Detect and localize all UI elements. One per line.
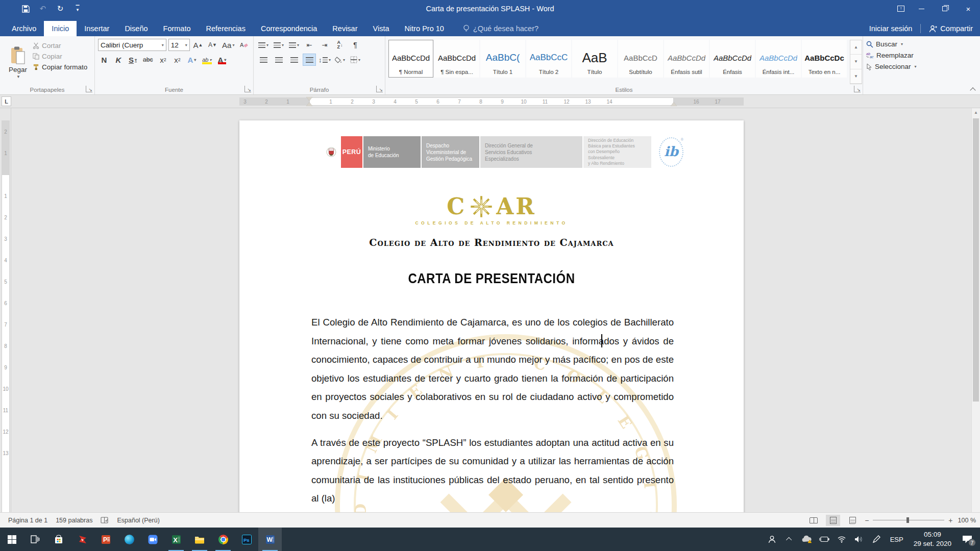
decrease-indent-button[interactable]: ⇤ (303, 39, 316, 51)
change-case-button[interactable]: Aa▾ (220, 39, 236, 51)
tab-referencias[interactable]: Referencias (199, 21, 253, 36)
first-line-indent-marker[interactable] (306, 97, 312, 101)
style-enfasis-intenso[interactable]: AaBbCcDd Énfasis int... (756, 40, 801, 78)
font-color-button[interactable]: A▾ (216, 54, 229, 66)
tab-vista[interactable]: Vista (365, 21, 397, 36)
people-icon[interactable] (765, 529, 780, 549)
cut-button[interactable]: Cortar (33, 42, 87, 49)
redo-icon[interactable]: ↻ (55, 4, 65, 14)
styles-scroll-down-icon[interactable]: ▼ (850, 55, 862, 69)
file-explorer-icon[interactable] (188, 528, 211, 551)
tab-correspondencia[interactable]: Correspondencia (253, 21, 325, 36)
volume-icon[interactable] (851, 529, 867, 549)
document-subtitle[interactable]: CARTA DE PRESENTACIÓN (250, 270, 733, 286)
sort-button[interactable]: AZ↓ (333, 39, 347, 51)
edge-icon[interactable] (117, 528, 141, 551)
tab-nitro-pro[interactable]: Nitro Pro 10 (397, 21, 451, 36)
undo-icon[interactable]: ↶ (38, 4, 48, 14)
vertical-scrollbar[interactable]: ▲ (971, 108, 980, 512)
style-titulo[interactable]: AaB Título (572, 40, 617, 78)
start-button[interactable] (0, 528, 23, 551)
font-name-combobox[interactable]: Calibri (Cuerp ▾ (98, 39, 166, 51)
proofing-icon[interactable] (96, 517, 113, 524)
clear-formatting-button[interactable]: A (238, 39, 250, 51)
copy-button[interactable]: Copiar (33, 53, 87, 60)
zoom-app-icon[interactable] (141, 528, 164, 551)
style-enfasis[interactable]: AaBbCcDd Énfasis (710, 40, 755, 78)
language-status[interactable]: Español (Perú) (113, 517, 163, 524)
paragraph-1[interactable]: El Colegio de Alto Rendimiento de Cajama… (311, 313, 674, 425)
style-subtitulo[interactable]: AaBbCcD Subtítulo (618, 40, 663, 78)
highlight-button[interactable]: ab▾ (200, 54, 213, 66)
text-effects-button[interactable]: A▾ (185, 54, 198, 66)
sign-in-link[interactable]: Iniciar sesión (869, 24, 913, 33)
align-left-button[interactable] (257, 54, 270, 66)
zoom-out-icon[interactable]: − (865, 516, 869, 524)
coar-logo[interactable]: C AR COLEGIOS DE ALTO RENDIMIENTO (239, 195, 744, 226)
bold-button[interactable]: N (98, 54, 110, 66)
powerpoint-icon[interactable]: P (94, 528, 117, 551)
hidden-icons-chevron[interactable] (782, 529, 797, 549)
tab-revisar[interactable]: Revisar (325, 21, 365, 36)
tell-me-search[interactable]: ¿Qué desea hacer? (463, 21, 538, 36)
clock[interactable]: 05:09 29 set. 2020 (910, 530, 955, 548)
zoom-level[interactable]: 100 % (958, 517, 976, 524)
style-normal[interactable]: AaBbCcDd ¶ Normal (388, 40, 433, 78)
close-button[interactable]: × (957, 0, 980, 17)
line-spacing-button[interactable]: ↕▾ (318, 54, 331, 66)
tab-diseno[interactable]: Diseño (117, 21, 155, 36)
restore-button[interactable] (933, 0, 957, 17)
right-indent-marker[interactable] (671, 102, 677, 106)
scroll-up-icon[interactable]: ▲ (972, 108, 980, 117)
nitro-pdf-icon[interactable] (70, 528, 94, 551)
task-view-button[interactable] (23, 528, 47, 551)
battery-icon[interactable] (817, 529, 832, 549)
minimize-button[interactable] (910, 0, 933, 17)
excel-icon[interactable]: X (164, 528, 188, 551)
italic-button[interactable]: K (112, 54, 125, 66)
tab-inicio[interactable]: Inicio (44, 21, 77, 36)
scrollbar-thumb[interactable] (973, 118, 979, 402)
action-center-icon[interactable]: 7 (958, 529, 977, 549)
style-texto-en-negrita[interactable]: AaBbCcDc Texto en n... (802, 40, 847, 78)
zoom-slider[interactable]: − + (865, 516, 952, 524)
chrome-icon[interactable] (211, 528, 235, 551)
borders-button[interactable]: ▾ (349, 54, 362, 66)
grow-font-button[interactable]: A▲ (192, 39, 205, 51)
document-title[interactable]: Colegio de Alto de Rendimiento de Cajama… (239, 237, 744, 248)
letterhead[interactable]: PERÚ Ministerio de Educación Despacho Vi… (322, 136, 689, 168)
style-enfasis-sutil[interactable]: AaBbCcDd Énfasis sutil (664, 40, 709, 78)
format-painter-button[interactable]: Copiar formato (33, 63, 87, 71)
page-count[interactable]: Página 1 de 1 (4, 517, 52, 524)
windows-ink-pen-icon[interactable] (869, 529, 884, 549)
zoom-thumb[interactable] (906, 517, 909, 523)
keyboard-language[interactable]: ESP (886, 536, 908, 543)
horizontal-ruler[interactable]: L 321 1234567891011121314 1617 (0, 95, 980, 108)
numbering-button[interactable]: ▾ (272, 39, 285, 51)
word-count[interactable]: 159 palabras (52, 517, 96, 524)
multilevel-list-button[interactable]: ▾ (287, 39, 301, 51)
web-layout-button[interactable] (845, 515, 860, 526)
zoom-track[interactable] (873, 520, 944, 520)
paragraph-2[interactable]: A través de este proyecto “SPLASH” los e… (311, 434, 674, 508)
document-page[interactable]: · C O L E G I O · D E · A L T O · R E N … (239, 120, 744, 512)
zoom-in-icon[interactable]: + (948, 516, 952, 524)
align-center-button[interactable] (272, 54, 285, 66)
subscript-button[interactable]: x2 (157, 54, 169, 66)
share-button[interactable]: Compartir (929, 24, 973, 33)
font-size-combobox[interactable]: 12 ▾ (168, 39, 190, 51)
vertical-ruler[interactable]: 21 12345678910111213 (0, 108, 11, 512)
portapapeles-dialog-launcher-icon[interactable]: ↘ (86, 86, 92, 92)
style-titulo-2[interactable]: AaBbCcC Título 2 (526, 40, 571, 78)
styles-more-icon[interactable]: ▼ (850, 69, 862, 84)
microsoft-store-icon[interactable] (47, 528, 70, 551)
tab-archivo[interactable]: Archivo (4, 21, 44, 36)
paste-button[interactable]: Pegar ▼ (3, 39, 33, 84)
underline-button[interactable]: S▾ (127, 54, 139, 66)
style-sin-espaciado[interactable]: AaBbCcDd ¶ Sin espa... (434, 40, 479, 78)
justify-button[interactable] (303, 54, 316, 66)
document-body[interactable]: El Colegio de Alto Rendimiento de Cajama… (311, 313, 674, 512)
save-icon[interactable] (20, 4, 31, 14)
word-icon[interactable]: W (258, 528, 282, 551)
wifi-icon[interactable] (834, 529, 849, 549)
